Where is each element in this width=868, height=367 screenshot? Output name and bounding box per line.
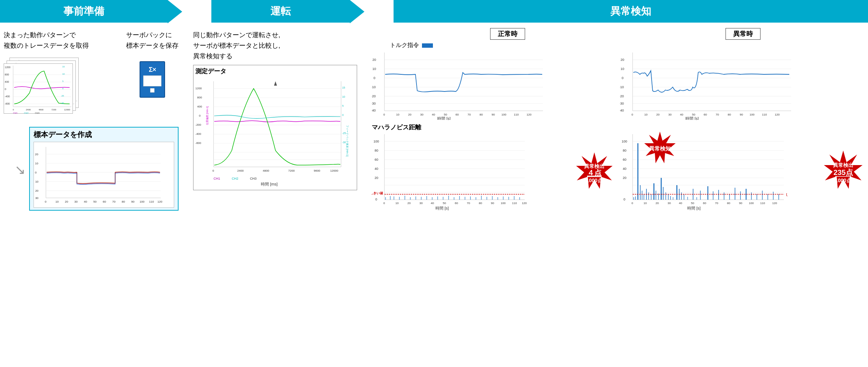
svg-text:時間 [s]: 時間 [s] xyxy=(437,116,451,120)
svg-text:0: 0 xyxy=(383,202,385,205)
svg-rect-144 xyxy=(404,196,405,200)
svg-rect-163 xyxy=(508,197,509,200)
sample-chart-container: 20 10 0 -10 -20 -30 xyxy=(34,142,174,208)
svg-text:80: 80 xyxy=(375,149,378,152)
svg-text:40: 40 xyxy=(432,113,435,116)
svg-rect-270 xyxy=(696,197,697,200)
svg-rect-235 xyxy=(642,191,642,200)
svg-text:400: 400 xyxy=(5,81,9,83)
svg-text:60: 60 xyxy=(623,158,626,161)
svg-text:-20: -20 xyxy=(35,189,39,192)
svg-text:0: 0 xyxy=(623,198,625,201)
svg-text:40: 40 xyxy=(375,167,378,171)
mahal-chart-abnormal-wrapper: マハラノビス距離 xyxy=(620,123,861,214)
svg-rect-266 xyxy=(773,192,774,200)
svg-text:CH3: CH3 xyxy=(250,177,257,180)
section2-description: 同じ動作パターンで運転させ, サーボが標本データと比較し, 異常検知する xyxy=(193,30,357,61)
svg-text:70: 70 xyxy=(468,113,471,116)
svg-text:80: 80 xyxy=(122,200,125,203)
svg-text:80: 80 xyxy=(480,113,483,116)
section3-title: 異常検知 xyxy=(610,4,651,18)
svg-rect-257 xyxy=(724,192,724,200)
svg-text:0: 0 xyxy=(374,76,375,80)
svg-text:フィードバック速度 [min-1]: フィードバック速度 [min-1] xyxy=(346,125,348,156)
svg-text:10: 10 xyxy=(621,67,624,71)
abnormal-status-label: 異常時 xyxy=(726,28,761,40)
svg-text:100: 100 xyxy=(501,113,507,116)
svg-text:2400: 2400 xyxy=(26,109,31,111)
desc-line1: 同じ動作パターンで運転させ, xyxy=(193,30,357,40)
svg-text:0: 0 xyxy=(199,114,201,117)
svg-text:12000: 12000 xyxy=(64,109,70,111)
section1-header-wrapper: 事前準備 xyxy=(0,0,182,23)
svg-text:-25: -25 xyxy=(342,132,346,134)
svg-text:0: 0 xyxy=(342,114,344,116)
svg-text:90: 90 xyxy=(739,202,742,205)
svg-text:時間 [ms]: 時間 [ms] xyxy=(261,182,278,186)
svg-text:400: 400 xyxy=(197,105,202,108)
svg-rect-268 xyxy=(673,197,673,200)
section1-title: 事前準備 xyxy=(63,4,104,18)
svg-text:しきい値: しきい値 xyxy=(372,191,383,195)
servo-icon-body: Σ× xyxy=(140,61,165,98)
svg-text:10: 10 xyxy=(342,95,345,98)
section2-title: 運転 xyxy=(270,4,291,18)
svg-text:CH2: CH2 xyxy=(24,112,29,114)
svg-text:50: 50 xyxy=(692,113,695,116)
svg-text:80: 80 xyxy=(479,202,482,205)
servo-pack-icon: Σ× xyxy=(140,61,165,98)
section3-header: 異常検知 xyxy=(394,0,868,23)
svg-text:-400: -400 xyxy=(195,132,202,136)
sample-box: 標本データを作成 xyxy=(29,127,179,211)
svg-rect-165 xyxy=(519,197,520,200)
svg-rect-146 xyxy=(415,196,416,200)
chart-card-front: 1200 800 400 0 -400 -600 xyxy=(4,63,73,114)
burst-svg-abnormal-right: 異常検出 235点 1000点 xyxy=(821,149,866,194)
svg-text:異常検出: 異常検出 xyxy=(833,162,853,168)
svg-rect-255 xyxy=(713,191,713,200)
svg-rect-147 xyxy=(421,197,422,200)
text1-line2: 複数のトレースデータを取得 xyxy=(4,40,119,51)
measurement-chart-svg: 1200 800 400 0 -200 -400 -600 位置偏差 [min-… xyxy=(195,78,348,187)
svg-rect-159 xyxy=(486,197,487,200)
svg-text:1200: 1200 xyxy=(195,87,202,90)
torque-svg-normal: 20 10 0 -10 -20 -30 -40 0 10 xyxy=(372,51,547,120)
svg-rect-264 xyxy=(762,191,763,200)
svg-rect-260 xyxy=(740,191,741,200)
svg-text:120: 120 xyxy=(527,113,532,116)
normal-status-label: 正常時 xyxy=(490,28,525,40)
detection-badge-abnormal-right: 異常検出 235点 1000点 xyxy=(821,149,866,195)
servo-display xyxy=(143,75,161,86)
down-arrow-icon: ↘ xyxy=(15,163,26,176)
svg-text:110: 110 xyxy=(762,113,767,116)
svg-rect-251 xyxy=(684,194,684,200)
torque-label-row: トルク指令 xyxy=(372,42,861,49)
svg-rect-155 xyxy=(465,197,465,200)
svg-text:10: 10 xyxy=(35,162,38,165)
torque-svg-abnormal: 20 10 0 -10 -20 -30 -40 0 10 xyxy=(620,51,795,120)
svg-text:60: 60 xyxy=(704,113,707,116)
svg-text:50: 50 xyxy=(691,202,694,205)
svg-marker-85 xyxy=(274,81,277,86)
svg-rect-145 xyxy=(410,197,411,200)
svg-text:1000点: 1000点 xyxy=(835,177,851,183)
section1-text2: サーボパックに 標本データを保存 xyxy=(126,30,179,51)
svg-text:10: 10 xyxy=(55,200,59,203)
section2-header: 運転 xyxy=(211,0,350,23)
svg-text:110: 110 xyxy=(149,200,154,203)
svg-text:0: 0 xyxy=(13,109,14,111)
sample-data-section: 標本データを作成 xyxy=(29,127,179,213)
svg-text:90: 90 xyxy=(740,113,743,116)
svg-text:0: 0 xyxy=(212,169,214,172)
svg-rect-141 xyxy=(390,196,391,200)
svg-text:CH3: CH3 xyxy=(35,112,40,114)
svg-text:120: 120 xyxy=(772,202,777,205)
svg-text:-30: -30 xyxy=(61,102,64,104)
svg-rect-160 xyxy=(492,196,493,200)
detection-badge-abnormal-left: 異常検知 xyxy=(642,130,678,168)
svg-text:異常検出: 異常検出 xyxy=(584,163,605,169)
svg-text:しきい値: しきい値 xyxy=(786,193,787,196)
abnormal-column: 20 10 0 -10 -20 -30 -40 0 10 xyxy=(620,51,861,363)
svg-text:7200: 7200 xyxy=(288,169,295,172)
svg-text:10: 10 xyxy=(644,113,648,116)
